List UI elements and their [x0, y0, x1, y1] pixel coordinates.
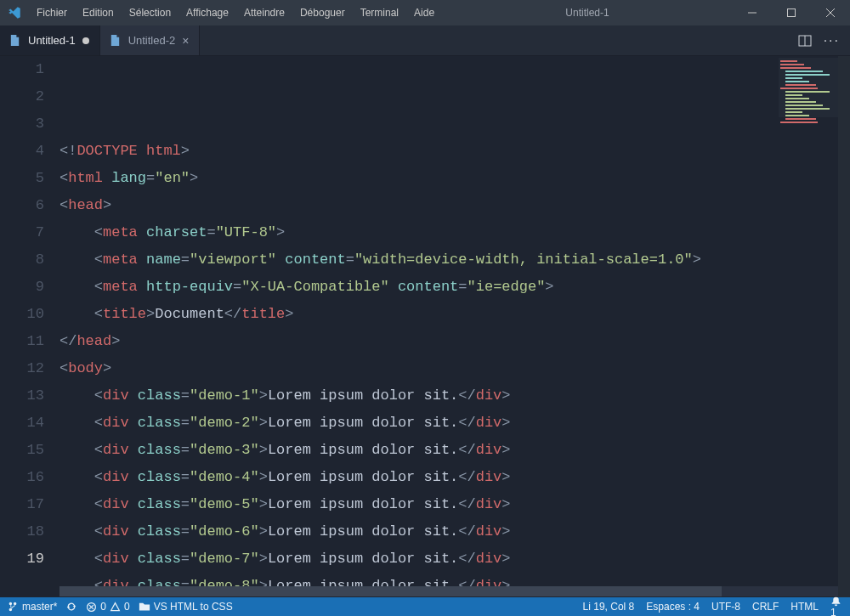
code-line[interactable]: <head> — [60, 192, 850, 219]
modified-indicator-icon — [82, 37, 89, 44]
code-line[interactable]: <meta name="viewport" content="width=dev… — [60, 246, 850, 274]
line-number: 1 — [0, 56, 44, 83]
file-icon — [8, 34, 21, 47]
menu-item-affichage[interactable]: Affichage — [178, 0, 236, 25]
line-number: 14 — [0, 410, 44, 437]
menu-item-fichier[interactable]: Fichier — [29, 0, 75, 25]
window-controls — [733, 0, 850, 25]
code-line[interactable]: <html lang="en"> — [60, 165, 850, 192]
sync-button[interactable] — [65, 601, 77, 613]
code-line[interactable]: <div class="demo-6">Lorem ipsum dolor si… — [60, 518, 850, 545]
line-number: 19 — [0, 545, 44, 573]
folder-icon — [139, 601, 150, 613]
code-line[interactable]: <meta charset="UTF-8"> — [60, 219, 850, 246]
line-number: 8 — [0, 246, 44, 274]
line-number: 12 — [0, 355, 44, 382]
tab-label: Untitled-1 — [28, 34, 76, 47]
more-actions-icon[interactable]: ··· — [824, 33, 840, 48]
minimap[interactable] — [779, 58, 838, 117]
tab-untitled-1[interactable]: Untitled-1 — [0, 25, 100, 55]
editor[interactable]: 12345678910111213141516171819 <!DOCTYPE … — [0, 56, 850, 597]
eol[interactable]: CRLF — [752, 601, 779, 613]
code-line[interactable]: <!DOCTYPE html> — [60, 138, 850, 165]
code-line[interactable]: <div class="demo-4">Lorem ipsum dolor si… — [60, 464, 850, 491]
error-icon — [86, 602, 97, 613]
maximize-button[interactable] — [772, 0, 811, 25]
code-line[interactable]: <div class="demo-1">Lorem ipsum dolor si… — [60, 382, 850, 410]
tabs-row: Untitled-1Untitled-2× ··· — [0, 25, 850, 56]
code-line[interactable]: <title>Document</title> — [60, 301, 850, 328]
tab-label: Untitled-2 — [128, 34, 176, 47]
line-number: 7 — [0, 219, 44, 246]
git-branch-icon — [7, 601, 19, 613]
warning-icon — [110, 602, 121, 613]
menu-item-atteindre[interactable]: Atteindre — [236, 0, 292, 25]
notifications[interactable]: 1 — [830, 596, 842, 617]
menu-item-edition[interactable]: Edition — [75, 0, 122, 25]
code-line[interactable]: <meta http-equiv="X-UA-Compatible" conte… — [60, 274, 850, 301]
code-line[interactable]: <body> — [60, 355, 850, 382]
git-branch[interactable]: master* — [7, 601, 57, 613]
code-area[interactable]: <!DOCTYPE html><html lang="en"><head> <m… — [60, 56, 850, 597]
line-number: 16 — [0, 464, 44, 491]
code-line[interactable]: <div class="demo-3">Lorem ipsum dolor si… — [60, 437, 850, 464]
tab-untitled-2[interactable]: Untitled-2× — [100, 25, 201, 55]
line-number: 4 — [0, 138, 44, 165]
menu-bar: FichierEditionSélectionAffichageAtteindr… — [29, 0, 442, 25]
line-number: 6 — [0, 192, 44, 219]
problems[interactable]: 0 0 — [86, 601, 129, 613]
code-line[interactable]: <div class="demo-2">Lorem ipsum dolor si… — [60, 410, 850, 437]
vertical-scrollbar[interactable] — [838, 56, 850, 597]
menu-item-déboguer[interactable]: Déboguer — [292, 0, 353, 25]
close-tab-icon[interactable]: × — [182, 35, 189, 47]
line-number: 5 — [0, 165, 44, 192]
window-title: Untitled-1 — [442, 7, 733, 19]
menu-item-aide[interactable]: Aide — [406, 0, 442, 25]
line-number-gutter: 12345678910111213141516171819 — [0, 56, 60, 597]
sync-icon — [65, 601, 77, 613]
line-number: 15 — [0, 437, 44, 464]
encoding[interactable]: UTF-8 — [711, 601, 740, 613]
line-number: 3 — [0, 110, 44, 138]
split-editor-icon[interactable] — [798, 34, 812, 48]
folder-indicator[interactable]: VS HTML to CSS — [139, 601, 233, 613]
line-number: 17 — [0, 491, 44, 518]
close-button[interactable] — [811, 0, 850, 25]
bell-icon — [830, 596, 842, 607]
line-number: 9 — [0, 274, 44, 301]
line-number: 10 — [0, 301, 44, 328]
line-number: 2 — [0, 83, 44, 110]
cursor-position[interactable]: Li 19, Col 8 — [583, 601, 635, 613]
title-bar: FichierEditionSélectionAffichageAtteindr… — [0, 0, 850, 25]
line-number: 13 — [0, 382, 44, 410]
language-mode[interactable]: HTML — [790, 601, 819, 613]
line-number: 11 — [0, 328, 44, 355]
file-icon — [109, 34, 122, 47]
minimize-button[interactable] — [733, 0, 772, 25]
app-logo-icon — [0, 5, 29, 20]
menu-item-sélection[interactable]: Sélection — [122, 0, 178, 25]
code-line[interactable]: <div class="demo-5">Lorem ipsum dolor si… — [60, 491, 850, 518]
code-line[interactable]: </head> — [60, 328, 850, 355]
indentation[interactable]: Espaces : 4 — [646, 601, 700, 613]
menu-item-terminal[interactable]: Terminal — [353, 0, 406, 25]
svg-rect-1 — [788, 9, 796, 17]
status-bar: master* 0 0 VS HTML to CSS Li 19, Col 8 … — [0, 597, 850, 616]
line-number: 18 — [0, 518, 44, 545]
